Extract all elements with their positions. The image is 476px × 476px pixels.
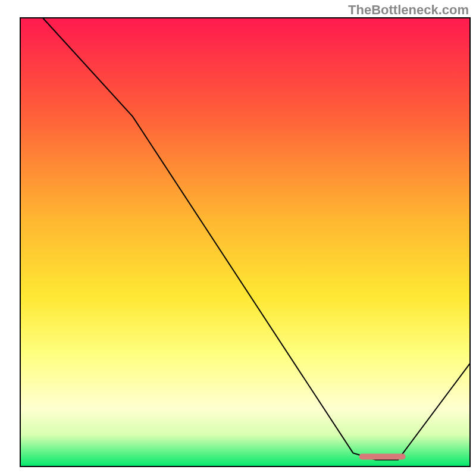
chart-container: TheBottleneck.com: [0, 0, 476, 476]
plot-background: [20, 18, 470, 466]
bottleneck-chart: [0, 0, 476, 476]
attribution-text: TheBottleneck.com: [348, 2, 469, 18]
